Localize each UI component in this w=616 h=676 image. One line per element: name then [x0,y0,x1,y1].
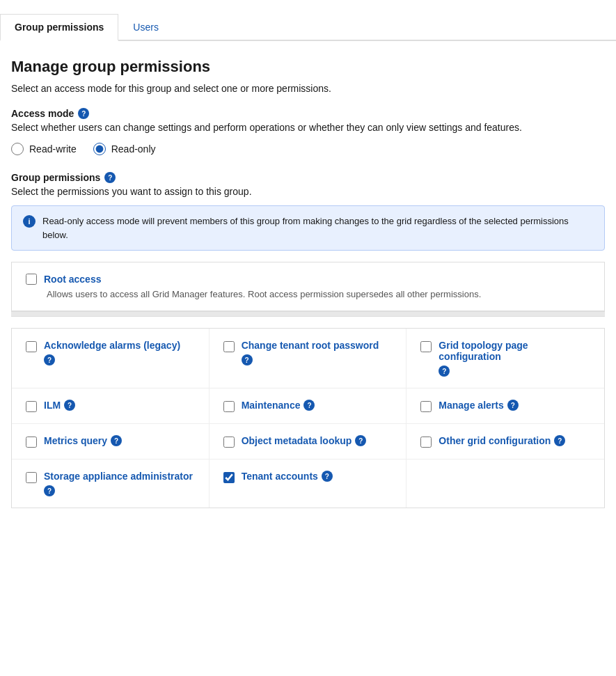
perm-item-object-metadata: Object metadata lookup ? [223,435,393,448]
root-access-checkbox-label[interactable]: Root access [26,274,590,285]
root-access-description: Allows users to access all Grid Manager … [47,289,590,299]
perm-cell-tenant-accounts: Tenant accounts ? [210,459,407,508]
radio-read-write-label: Read-write [29,143,77,155]
page-subtitle: Select an access mode for this group and… [11,83,605,94]
tabs-bar: Group permissions Users [0,0,616,41]
perm-checkbox-ack-alarms[interactable] [26,341,37,352]
access-mode-label: Access mode ? [11,108,605,119]
perm-item-storage-appliance: Storage appliance administrator ? [26,471,195,496]
radio-read-only-label: Read-only [111,143,156,155]
info-icon: i [23,215,35,228]
radio-read-only-input[interactable] [93,143,106,155]
perm-help-ilm[interactable]: ? [64,400,75,411]
radio-read-write-input[interactable] [11,143,24,155]
perm-checkbox-change-tenant[interactable] [223,341,235,352]
perm-item-other-grid: Other grid configuration ? [420,435,590,448]
perm-checkbox-object-metadata[interactable] [223,437,235,448]
perm-name-grid-topology: Grid topology page configuration ? [439,340,590,377]
perm-item-ack-alarms: Acknowledge alarms (legacy) ? [26,340,195,365]
permissions-grid-container: Acknowledge alarms (legacy) ? Change ten… [11,328,605,508]
perm-help-metrics-query[interactable]: ? [111,435,122,446]
access-mode-description: Select whether users can change settings… [11,122,605,133]
perm-cell-empty [406,459,604,508]
root-access-checkbox[interactable] [26,274,37,285]
perm-checkbox-manage-alerts[interactable] [420,401,432,412]
radio-read-write[interactable]: Read-write [11,143,77,155]
perm-help-change-tenant[interactable]: ? [242,354,253,365]
perm-cell-ack-alarms: Acknowledge alarms (legacy) ? [12,329,210,388]
info-banner: i Read-only access mode will prevent mem… [11,205,605,251]
perm-name-tenant-accounts: Tenant accounts ? [242,471,333,482]
perm-checkbox-storage-appliance[interactable] [26,472,37,483]
perm-checkbox-ilm[interactable] [26,401,37,412]
perm-help-ack-alarms[interactable]: ? [44,354,55,365]
perm-name-object-metadata: Object metadata lookup ? [242,435,367,446]
perm-help-storage-appliance[interactable]: ? [44,485,55,496]
perm-checkbox-metrics-query[interactable] [26,437,37,448]
tab-group-permissions[interactable]: Group permissions [0,14,118,41]
perm-help-maintenance[interactable]: ? [303,400,315,411]
perm-help-tenant-accounts[interactable]: ? [322,471,333,482]
page-title: Manage group permissions [11,58,605,76]
info-banner-text: Read-only access mode will prevent membe… [42,214,593,242]
page-container: Group permissions Users Manage group per… [0,0,616,676]
perm-cell-change-tenant: Change tenant root password ? [210,329,407,388]
root-access-box: Root access Allows users to access all G… [11,262,605,311]
perm-item-grid-topology: Grid topology page configuration ? [420,340,590,377]
perm-cell-object-metadata: Object metadata lookup ? [210,424,407,459]
perm-help-other-grid[interactable]: ? [554,435,565,446]
perm-cell-other-grid: Other grid configuration ? [406,424,604,459]
perm-name-ilm: ILM ? [44,400,75,411]
perm-checkbox-other-grid[interactable] [420,437,432,448]
perm-name-other-grid: Other grid configuration ? [439,435,565,446]
perm-item-metrics-query: Metrics query ? [26,435,195,448]
perm-cell-metrics-query: Metrics query ? [12,424,210,459]
group-permissions-help-icon[interactable]: ? [104,172,116,183]
perm-cell-maintenance: Maintenance ? [210,388,407,424]
group-permissions-desc: Select the permissions you want to assig… [11,186,605,197]
perm-item-maintenance: Maintenance ? [223,400,393,412]
perm-name-metrics-query: Metrics query ? [44,435,122,446]
access-mode-help-icon[interactable]: ? [78,108,89,119]
group-permissions-label: Group permissions ? [11,172,605,183]
perm-help-grid-topology[interactable]: ? [439,365,450,377]
perm-item-ilm: ILM ? [26,400,195,412]
perm-cell-ilm: ILM ? [12,388,210,424]
group-permissions-section: Group permissions ? Select the permissio… [11,172,605,251]
root-access-label: Root access [44,274,101,285]
perm-checkbox-tenant-accounts[interactable] [223,472,235,483]
perm-name-change-tenant: Change tenant root password ? [242,340,393,365]
perm-checkbox-grid-topology[interactable] [420,341,432,352]
perm-name-ack-alarms: Acknowledge alarms (legacy) ? [44,340,195,365]
perm-name-storage-appliance: Storage appliance administrator ? [44,471,195,496]
permissions-grid: Acknowledge alarms (legacy) ? Change ten… [12,329,604,508]
radio-read-only[interactable]: Read-only [93,143,156,155]
perm-name-maintenance: Maintenance ? [242,400,315,411]
tab-users[interactable]: Users [118,14,173,41]
access-mode-radio-group: Read-write Read-only [11,143,605,155]
perm-cell-manage-alerts: Manage alerts ? [406,388,604,424]
perm-item-change-tenant: Change tenant root password ? [223,340,393,365]
perm-checkbox-maintenance[interactable] [223,401,235,412]
perm-name-manage-alerts: Manage alerts ? [439,400,518,411]
perm-help-object-metadata[interactable]: ? [355,435,366,446]
main-content: Manage group permissions Select an acces… [0,41,616,525]
perm-cell-storage-appliance: Storage appliance administrator ? [12,459,210,508]
perm-item-manage-alerts: Manage alerts ? [420,400,590,412]
perm-help-manage-alerts[interactable]: ? [507,400,519,411]
perm-item-tenant-accounts: Tenant accounts ? [223,471,393,483]
section-divider [11,311,605,317]
perm-cell-grid-topology: Grid topology page configuration ? [406,329,604,388]
